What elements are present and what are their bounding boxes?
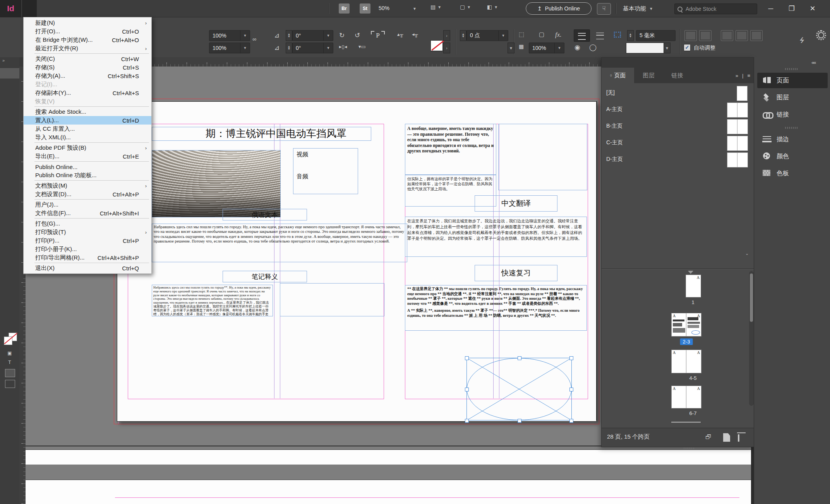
selection-handle[interactable]	[569, 356, 573, 360]
file-menu-item[interactable]: 用户(J)...	[24, 200, 151, 209]
chevron-down-icon[interactable]: ▼	[240, 31, 250, 41]
scale-y-field[interactable]: 100%▼	[209, 43, 250, 53]
file-menu-item[interactable]: 打包(G)...	[24, 219, 151, 228]
touch-workspace-button[interactable]: ☟	[597, 3, 611, 15]
tool-button[interactable]	[0, 141, 19, 152]
chevron-down-icon[interactable]: ▼	[498, 31, 508, 41]
tab-pages[interactable]: ◊ 页面	[602, 68, 634, 83]
file-menu-item[interactable]: 在 Bridge 中浏览(W)... Ctrl+Alt+O	[24, 36, 151, 44]
page-1-thumbnail[interactable]: A	[686, 275, 701, 297]
tool-button[interactable]	[0, 68, 19, 79]
selection-handle[interactable]	[569, 419, 573, 423]
dock-item[interactable]: 颜色	[757, 149, 828, 164]
workspace-switcher[interactable]: 基本功能▼	[623, 0, 653, 17]
page-5-thumbnail[interactable]: A	[686, 350, 701, 373]
file-menu-item[interactable]: 文档设置(D)... Ctrl+Alt+P	[24, 190, 151, 198]
spread-4-5-label[interactable]: 4-5	[689, 375, 697, 381]
tool-button[interactable]	[0, 173, 19, 183]
zoom-chevron-icon[interactable]: ▼	[413, 7, 417, 11]
master-page-thumbnail[interactable]	[727, 119, 748, 134]
frame-edges-dropdown[interactable]: ▢▼	[460, 4, 471, 10]
file-menu-item[interactable]: 搜索 Adobe Stock...	[24, 108, 151, 116]
page-1-label[interactable]: 1	[691, 299, 694, 305]
file-menu-item[interactable]: 置入(L)... Ctrl+D	[24, 116, 151, 125]
text-wrap-around-button[interactable]	[592, 29, 608, 41]
tool-button[interactable]	[0, 99, 19, 110]
tool-button[interactable]	[0, 79, 19, 89]
file-menu-item[interactable]	[24, 106, 151, 108]
tool-button[interactable]	[0, 120, 19, 131]
select-container-button[interactable]: P	[370, 30, 386, 40]
tool-button[interactable]	[0, 204, 19, 214]
apply-effect-icon[interactable]: ◉	[574, 43, 580, 51]
file-menu-item[interactable]: 新建(N) ›	[24, 19, 151, 27]
masters-pages-divider[interactable]	[602, 268, 754, 269]
file-menu-item[interactable]: 关闭(C) Ctrl+W	[24, 55, 151, 63]
tool-button[interactable]	[0, 225, 19, 235]
delete-page-icon[interactable]	[738, 434, 739, 442]
flip-horizontal-icon[interactable]: ▸▯◂	[339, 44, 347, 50]
remove-effect-icon[interactable]: ◯	[589, 43, 597, 51]
master-page-row[interactable]: [无]	[602, 85, 754, 101]
fill-swatch[interactable]	[4, 337, 12, 345]
hscrollbar-thumb[interactable]	[671, 422, 701, 423]
panel-menu-icon[interactable]: ≡	[747, 73, 750, 79]
file-menu-item[interactable]: Publish Online...	[24, 162, 151, 171]
chinese-paragraph-frame[interactable]: 在这里养足了体力，我们就去城里散步了。我边走边说，我们边走边聊这里的交通。我经常…	[405, 217, 587, 257]
master-page-row[interactable]: C-主页	[602, 135, 754, 151]
dock-item[interactable]: 描边	[757, 132, 828, 147]
view-mode-preview-button[interactable]	[5, 380, 15, 388]
tool-button[interactable]	[0, 267, 19, 277]
fill-frame-proportionally-button[interactable]	[684, 30, 697, 41]
tool-button[interactable]	[0, 89, 19, 99]
master-page-row[interactable]: B-主页	[602, 118, 754, 135]
select-previous-icon[interactable]: ◂╥	[412, 31, 418, 37]
publish-online-button[interactable]: ↥ Publish Online	[526, 2, 592, 15]
adobe-stock-search[interactable]	[674, 3, 757, 14]
selection-handle[interactable]	[465, 356, 469, 360]
file-menu-item[interactable]	[24, 142, 151, 144]
spread-6-7-label[interactable]: 6-7	[689, 410, 697, 416]
file-menu-item[interactable]	[24, 161, 151, 162]
file-menu-item[interactable]: 存储副本(Y)... Ctrl+Alt+S	[24, 89, 151, 97]
dock-collapse-icon[interactable]: ««	[811, 60, 815, 65]
panel-header[interactable]	[602, 58, 754, 68]
toolbar-collapse-icon[interactable]: »	[2, 58, 5, 63]
chevron-down-icon[interactable]: ▼	[554, 43, 564, 53]
menubar-item[interactable]	[140, 0, 154, 17]
constrain-link-icon[interactable]: ∞	[252, 36, 256, 42]
page-2-thumbnail[interactable]: A	[671, 313, 687, 337]
vocab-frame[interactable]	[498, 124, 587, 190]
frame-corners-icon[interactable]: ⣏⣹	[613, 31, 622, 38]
file-menu-item[interactable]: 文件信息(F)... Ctrl+Alt+Shift+I	[24, 209, 151, 217]
file-menu-item[interactable]: 打开(O)... Ctrl+O	[24, 27, 151, 36]
rotation-field[interactable]: 0°▼	[292, 30, 333, 41]
menubar-item[interactable]	[66, 0, 81, 17]
flip-vertical-icon[interactable]: ▾▭	[358, 44, 366, 50]
panel-scrollbar-thumb[interactable]	[750, 273, 753, 322]
page-7-thumbnail[interactable]: A	[686, 386, 701, 408]
scale-x-field[interactable]: 100%▼	[209, 30, 250, 41]
tool-button[interactable]	[0, 193, 19, 204]
fit-frame-to-content-button[interactable]	[736, 30, 748, 41]
file-menu-item[interactable]	[24, 262, 151, 264]
file-menu-item[interactable]: 最近打开文件(R) ›	[24, 44, 151, 53]
file-menu-item[interactable]: 登记(I)...	[24, 80, 151, 89]
selection-handle[interactable]	[518, 419, 521, 423]
bridge-button[interactable]: Br	[339, 3, 350, 14]
gap-field[interactable]: 5 毫米	[636, 30, 676, 41]
page-4-thumbnail[interactable]: A	[671, 350, 687, 373]
mixed-review-frame[interactable]: ** 在这里养足了体力 ** мы пошли гулять по городу…	[405, 285, 587, 331]
file-menu-item[interactable]: 退出(X) Ctrl+Q	[24, 264, 151, 272]
review-heading-frame[interactable]: 快速复习	[475, 265, 557, 281]
master-page-thumbnail[interactable]	[727, 152, 748, 167]
chevron-down-icon[interactable]: ▼	[323, 43, 333, 53]
russian-text-frame[interactable]: Набравшись здесь сил мы пошли гулять по …	[152, 224, 407, 262]
chevron-down-icon[interactable]: ▼	[240, 43, 250, 53]
screen-mode-dropdown[interactable]: ◧▼	[487, 4, 498, 10]
create-new-page-icon[interactable]	[723, 433, 730, 442]
rotation-stepper[interactable]: ▲▼	[286, 30, 292, 41]
autofit-checkbox[interactable]: ✓	[684, 44, 691, 51]
file-menu-item[interactable]: 恢复(V)	[24, 97, 151, 106]
tool-button[interactable]	[0, 235, 19, 246]
